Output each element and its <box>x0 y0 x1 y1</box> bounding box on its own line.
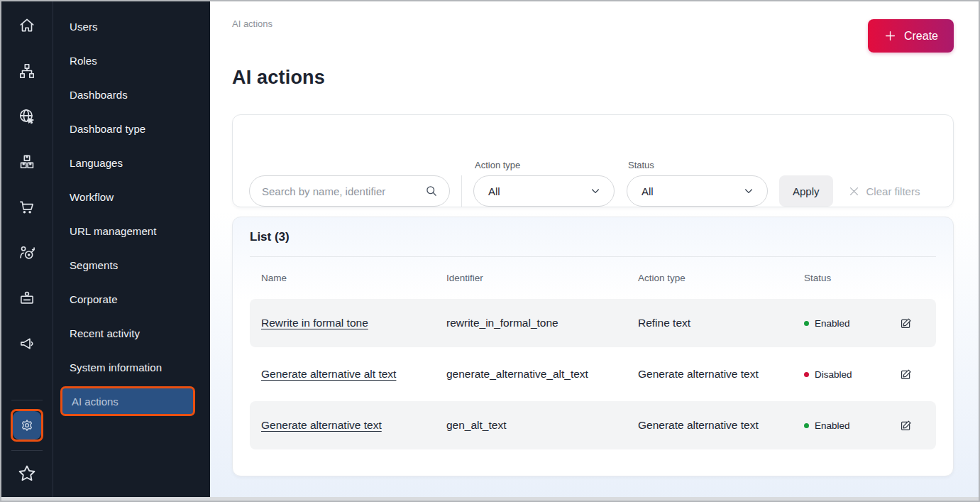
window-bottom-edge <box>1 497 979 501</box>
edit-icon[interactable] <box>898 315 914 332</box>
app-window: Users Roles Dashboards Dashboard type La… <box>0 0 980 502</box>
edit-icon[interactable] <box>898 418 914 434</box>
row-action-type: Generate alternative text <box>638 419 804 432</box>
clear-filters-label: Clear filters <box>866 185 920 197</box>
rail-divider <box>11 450 43 451</box>
star-icon[interactable] <box>16 455 38 492</box>
table-row: Generate alternative alt text generate_a… <box>250 350 936 398</box>
page-title: AI actions <box>232 67 954 89</box>
create-button[interactable]: Create <box>868 19 954 53</box>
column-header-identifier: Identifier <box>446 273 638 283</box>
badge-icon[interactable] <box>1 275 53 321</box>
sidebar-item-corporate[interactable]: Corporate <box>53 282 210 316</box>
main-content: AI actions Create AI actions Action type… <box>210 1 979 501</box>
status-label: Enabled <box>815 420 850 431</box>
sidebar-item-url-management[interactable]: URL management <box>53 214 210 248</box>
status-dot <box>804 423 809 428</box>
row-name-link[interactable]: Rewrite in formal tone <box>261 317 368 329</box>
sidebar-item-roles[interactable]: Roles <box>53 43 210 77</box>
globe-cursor-icon[interactable] <box>1 94 53 139</box>
gear-highlight-annotation <box>11 409 43 442</box>
sidebar-item-recent-activity[interactable]: Recent activity <box>53 316 210 350</box>
sidebar-item-ai-actions-wrap: AI actions <box>53 384 210 418</box>
rail-bottom-section <box>1 395 53 501</box>
status-select[interactable]: All <box>627 175 768 207</box>
status-dot <box>804 372 809 377</box>
sitemap-icon[interactable] <box>1 48 53 94</box>
edit-icon[interactable] <box>898 366 914 383</box>
column-header-name: Name <box>250 273 446 283</box>
column-header-status: Status <box>804 273 889 283</box>
row-action-type: Refine text <box>638 317 804 329</box>
settings-sidebar: Users Roles Dashboards Dashboard type La… <box>53 1 210 501</box>
status-badge: Enabled <box>804 420 889 431</box>
persona-target-icon[interactable] <box>1 230 53 275</box>
row-identifier: rewrite_in_formal_tone <box>446 317 638 329</box>
topbar: AI actions Create <box>232 1 954 54</box>
table-row: Generate alternative text gen_alt_text G… <box>250 401 936 449</box>
list-panel: List (3) Name Identifier Action type Sta… <box>232 217 954 476</box>
status-group: Status All <box>627 160 768 207</box>
list-heading: List (3) <box>250 230 936 244</box>
status-badge: Enabled <box>804 318 889 329</box>
status-label: Status <box>627 160 768 170</box>
create-button-label: Create <box>904 30 938 43</box>
sidebar-item-system-information[interactable]: System information <box>53 350 210 384</box>
row-name-link[interactable]: Generate alternative text <box>261 419 382 431</box>
chevron-down-icon <box>743 185 754 197</box>
sidebar-item-workflow[interactable]: Workflow <box>53 180 210 214</box>
row-identifier: generate_alternative_alt_text <box>446 368 638 381</box>
close-icon <box>848 185 860 197</box>
status-value: All <box>642 185 654 197</box>
sidebar-item-dashboard-type[interactable]: Dashboard type <box>53 111 210 146</box>
breadcrumb: AI actions <box>232 17 272 29</box>
filter-panel: Action type All Status All Apply Clear f… <box>232 114 954 207</box>
sidebar-item-ai-actions[interactable]: AI actions <box>60 386 195 416</box>
status-label: Enabled <box>815 318 850 329</box>
table-header-row: Name Identifier Action type Status <box>250 257 936 299</box>
table-row: Rewrite in formal tone rewrite_in_formal… <box>250 299 936 347</box>
row-name-link[interactable]: Generate alternative alt text <box>261 368 396 380</box>
search-icon[interactable] <box>424 184 439 198</box>
gear-icon[interactable] <box>13 411 41 440</box>
sidebar-item-users[interactable]: Users <box>53 9 210 43</box>
megaphone-icon[interactable] <box>1 321 53 366</box>
icon-rail <box>1 1 53 501</box>
rail-divider <box>11 400 43 400</box>
row-action-type: Generate alternative text <box>638 368 804 381</box>
search-wrap <box>249 175 450 207</box>
boxes-icon[interactable] <box>1 139 53 185</box>
table-body: Rewrite in formal tone rewrite_in_formal… <box>250 299 936 449</box>
action-type-value: All <box>488 185 500 197</box>
clear-filters-button[interactable]: Clear filters <box>842 175 926 207</box>
sidebar-item-segments[interactable]: Segments <box>53 248 210 282</box>
cart-icon[interactable] <box>1 185 53 230</box>
filter-divider <box>461 175 462 207</box>
row-identifier: gen_alt_text <box>446 419 638 432</box>
status-dot <box>804 321 809 326</box>
plus-icon <box>883 29 897 43</box>
apply-button[interactable]: Apply <box>779 175 833 207</box>
column-header-action-type: Action type <box>638 273 804 283</box>
sidebar-item-dashboards[interactable]: Dashboards <box>53 77 210 111</box>
action-type-label: Action type <box>473 160 615 170</box>
chevron-down-icon <box>590 185 601 197</box>
home-icon[interactable] <box>1 3 53 48</box>
status-badge: Disabled <box>804 369 889 380</box>
search-input[interactable] <box>249 175 450 207</box>
action-type-select[interactable]: All <box>473 175 615 207</box>
action-type-group: Action type All <box>473 160 615 207</box>
sidebar-item-languages[interactable]: Languages <box>53 146 210 180</box>
status-label: Disabled <box>815 369 852 380</box>
